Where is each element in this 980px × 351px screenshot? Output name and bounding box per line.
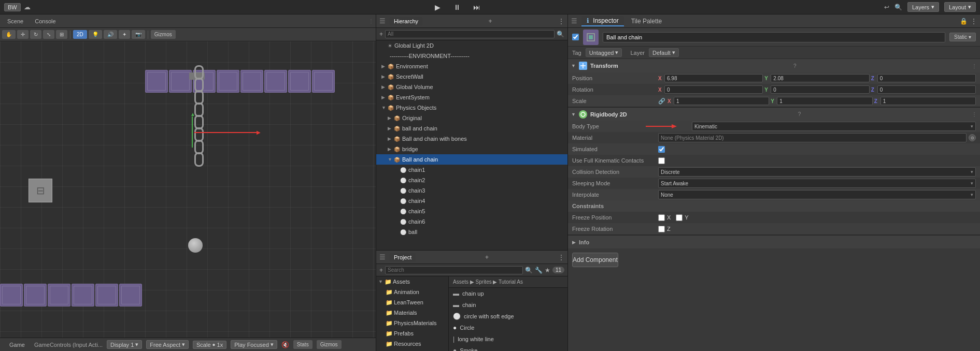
hierarchy-item-chain5[interactable]: ⚪ chain5	[376, 206, 567, 216]
project-add-toolbar-btn[interactable]: +	[379, 267, 383, 274]
layout-dropdown[interactable]: Layout ▾	[944, 2, 976, 12]
inspector-lock-btn[interactable]: 🔒	[960, 18, 968, 25]
project-add-btn[interactable]: +	[485, 254, 489, 261]
hierarchy-item-global-vol[interactable]: ▶ 📦 Global Volume	[376, 82, 567, 92]
tab-game[interactable]: Game	[4, 340, 30, 349]
sleeping-mode-dropdown[interactable]: Start Awake ▾	[658, 179, 976, 188]
add-component-button[interactable]: Add Component	[572, 253, 618, 267]
play-button[interactable]: ▶	[432, 2, 443, 13]
scale-z-input[interactable]	[880, 97, 976, 105]
tab-tile-palette[interactable]: Tile Palette	[626, 17, 667, 26]
inspector-more-btn[interactable]: ⋮	[971, 18, 977, 25]
asset-chain[interactable]: ▬ chain	[449, 299, 567, 311]
rb-help-icon[interactable]: ?	[798, 111, 801, 117]
tab-console[interactable]: Console	[30, 17, 61, 26]
project-search-btn[interactable]: 🔍	[525, 267, 533, 274]
camera-btn[interactable]: 📷	[132, 30, 145, 39]
search-icon-topbar[interactable]: 🔍	[894, 4, 902, 11]
project-filter-btn[interactable]: 🔧	[535, 267, 543, 274]
hierarchy-item-ball[interactable]: ⚪ ball	[376, 227, 567, 237]
project-item-materials[interactable]: 📁 Materials	[376, 308, 448, 318]
play-focused-dropdown[interactable]: Play Focused ▾	[231, 340, 277, 349]
hierarchy-item-ball-chain-selected[interactable]: ▼ 📦 Ball and chain	[376, 154, 567, 165]
collision-detection-dropdown[interactable]: Discrete ▾	[658, 167, 976, 177]
hierarchy-add-btn[interactable]: +	[489, 18, 492, 25]
body-type-dropdown[interactable]: Kinematic ▾	[692, 122, 976, 131]
interpolate-dropdown[interactable]: None ▾	[658, 190, 976, 199]
freeze-pos-y-checkbox[interactable]	[676, 214, 683, 221]
project-item-leantween[interactable]: 📁 LeanTween	[376, 297, 448, 308]
position-x-input[interactable]	[664, 74, 763, 82]
object-enabled-checkbox[interactable]	[572, 34, 579, 40]
hierarchy-item-chain3[interactable]: ⚪ chain3	[376, 185, 567, 196]
hierarchy-more-btn[interactable]: ⋮	[558, 18, 564, 25]
layer-dropdown[interactable]: Default ▾	[649, 48, 679, 57]
hierarchy-item-chain1[interactable]: ⚪ chain1	[376, 165, 567, 175]
rigidbody2d-section-header[interactable]: ▼ Rigidbody 2D ? ⋮	[568, 107, 980, 121]
tag-dropdown[interactable]: Untagged ▾	[586, 48, 622, 57]
asset-long-line[interactable]: | long white line	[449, 333, 567, 345]
project-item-prefabs[interactable]: 📁 Prefabs	[376, 328, 448, 339]
asset-smoke[interactable]: ● Smoke	[449, 345, 567, 351]
lighting-btn[interactable]: 💡	[89, 30, 102, 39]
mute-button[interactable]: 🔇	[281, 341, 289, 348]
hierarchy-item-chain4[interactable]: ⚪ chain4	[376, 196, 567, 206]
move-tool-btn[interactable]: ✛	[17, 30, 29, 39]
project-search-input[interactable]	[385, 266, 523, 274]
hierarchy-search-input[interactable]	[385, 30, 555, 38]
scale-tool-btn[interactable]: ⤡	[43, 30, 54, 39]
hierarchy-item-ball-chain[interactable]: ▶ 📦 ball and chain	[376, 123, 567, 134]
scale-slider[interactable]: ●	[212, 342, 216, 347]
rotation-y-input[interactable]	[771, 85, 869, 94]
effects-btn[interactable]: ✦	[119, 30, 130, 39]
project-sort-btn[interactable]: ★	[545, 267, 550, 274]
scene-view[interactable]	[0, 41, 376, 338]
bw-badge[interactable]: BW	[4, 3, 21, 11]
hierarchy-add-toolbar-btn[interactable]: +	[379, 31, 383, 38]
pause-button[interactable]: ⏸	[451, 2, 463, 13]
undo-icon[interactable]: ↩	[884, 4, 889, 11]
position-z-input[interactable]	[877, 74, 976, 82]
position-y-input[interactable]	[771, 74, 869, 82]
material-picker-btn[interactable]: ⊙	[969, 134, 976, 141]
hierarchy-item-bridge[interactable]: ▶ 📦 bridge	[376, 144, 567, 154]
hierarchy-item-global-light[interactable]: ☀ Global Light 2D	[376, 40, 567, 51]
hierarchy-item-chain2[interactable]: ⚪ chain2	[376, 175, 567, 185]
freeze-rot-z-checkbox[interactable]	[658, 226, 665, 232]
hierarchy-item-physics-obj[interactable]: ▼ 📦 Physics Objects	[376, 103, 567, 113]
scale-dropdown[interactable]: Scale ● 1x	[193, 341, 226, 349]
info-section[interactable]: ▶ Info	[568, 235, 980, 248]
project-more-btn[interactable]: ⋮	[558, 254, 564, 261]
tab-scene[interactable]: Scene	[2, 17, 29, 26]
scale-link-icon[interactable]: 🔗	[658, 98, 665, 105]
asset-circle[interactable]: ● Circle	[449, 322, 567, 333]
hierarchy-item-event-sys[interactable]: ▶ 📦 EventSystem	[376, 92, 567, 103]
asset-circle-soft[interactable]: ⚪ circle with soft edge	[449, 311, 567, 322]
transform-settings-icon[interactable]: ⋮	[972, 63, 977, 69]
hierarchy-item-environment[interactable]: ▶ 📦 Environment	[376, 61, 567, 71]
transform-section-header[interactable]: ▼ Transform ? ⋮	[568, 59, 980, 72]
rotation-x-input[interactable]	[664, 85, 763, 94]
simulated-checkbox[interactable]	[658, 146, 665, 153]
scale-y-input[interactable]	[777, 97, 872, 105]
2d-toggle-btn[interactable]: 2D	[73, 30, 87, 39]
project-item-animation[interactable]: 📁 Animation	[376, 287, 448, 297]
audio-btn[interactable]: 🔊	[104, 30, 117, 39]
asset-chain-up[interactable]: ▬ chain up	[449, 288, 567, 299]
scale-x-input[interactable]	[674, 97, 769, 105]
static-badge[interactable]: Static ▾	[949, 33, 976, 41]
transform-help-icon[interactable]: ?	[793, 63, 797, 69]
hierarchy-item-environment-sep[interactable]: ----------ENVIRONMENT----------	[376, 51, 567, 61]
gizmos-btn[interactable]: Gizmos	[151, 30, 176, 39]
rotate-tool-btn[interactable]: ↻	[30, 30, 41, 39]
hierarchy-item-chain6[interactable]: ⚪ chain6	[376, 216, 567, 227]
freeze-pos-x-checkbox[interactable]	[658, 214, 665, 221]
tab-project[interactable]: Project	[390, 253, 416, 261]
stats-btn[interactable]: Stats	[293, 340, 313, 349]
tab-hierarchy[interactable]: Hierarchy	[390, 17, 422, 25]
hand-tool-btn[interactable]: ✋	[2, 30, 16, 39]
project-item-resources[interactable]: 📁 Resources	[376, 339, 448, 349]
hierarchy-item-secret-wall[interactable]: ▶ 📦 SecretWall	[376, 71, 567, 82]
step-button[interactable]: ⏭	[471, 2, 482, 13]
project-item-assets[interactable]: ▼ 📁 Assets	[376, 276, 448, 287]
